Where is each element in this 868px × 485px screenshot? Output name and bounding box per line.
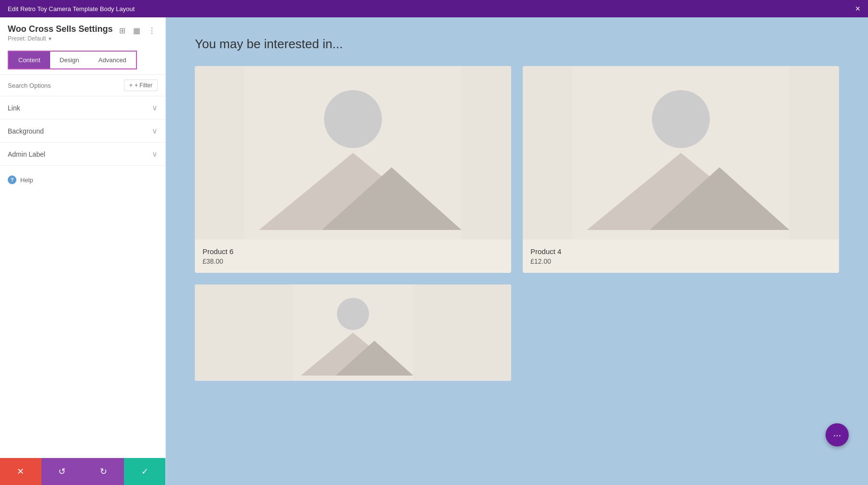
product-price-1: £12.00 bbox=[530, 257, 831, 265]
tab-advanced[interactable]: Advanced bbox=[89, 52, 136, 68]
fab-icon: ··· bbox=[833, 430, 841, 441]
product-price-0: £38.00 bbox=[203, 257, 503, 265]
content-area: You may be interested in... Product 6 £3… bbox=[166, 17, 868, 485]
help-icon: ? bbox=[8, 175, 16, 184]
more-options-icon[interactable]: ⋮ bbox=[146, 24, 158, 37]
product-placeholder-svg-0 bbox=[195, 66, 511, 240]
product-image-0 bbox=[195, 66, 511, 240]
product-image-2 bbox=[195, 284, 511, 381]
chevron-down-icon-2: ∨ bbox=[152, 126, 158, 135]
tabs-wrapper: Content Design Advanced bbox=[8, 51, 137, 69]
search-input[interactable] bbox=[8, 82, 120, 89]
product-card-2[interactable] bbox=[195, 284, 511, 381]
title-bar-text: Edit Retro Toy Camera Template Body Layo… bbox=[8, 5, 135, 13]
cancel-button[interactable]: ✕ bbox=[0, 458, 41, 485]
save-button[interactable]: ✓ bbox=[124, 458, 165, 485]
accordion-background-label: Background bbox=[8, 127, 44, 135]
main-area: Woo Cross Sells Settings Preset: Default… bbox=[0, 17, 868, 485]
product-name-0: Product 6 bbox=[203, 247, 503, 256]
accordion-link: Link ∨ bbox=[0, 96, 165, 120]
sidebar-title-group: Woo Cross Sells Settings Preset: Default… bbox=[8, 24, 113, 42]
undo-icon: ↺ bbox=[58, 466, 66, 477]
svg-point-9 bbox=[337, 298, 369, 330]
title-bar: Edit Retro Toy Camera Template Body Layo… bbox=[0, 0, 868, 17]
sidebar-icon-group: ⊞ ▦ ⋮ bbox=[117, 24, 158, 37]
product-card-0[interactable]: Product 6 £38.00 bbox=[195, 66, 511, 273]
accordion-background-header[interactable]: Background ∨ bbox=[0, 120, 165, 142]
sidebar: Woo Cross Sells Settings Preset: Default… bbox=[0, 17, 166, 485]
search-row: + + Filter bbox=[0, 75, 165, 96]
section-title: You may be interested in... bbox=[195, 37, 839, 52]
accordion-background: Background ∨ bbox=[0, 120, 165, 143]
help-label: Help bbox=[20, 176, 33, 184]
cancel-icon: ✕ bbox=[17, 466, 24, 477]
svg-point-5 bbox=[652, 90, 710, 148]
accordion-admin-label-text: Admin Label bbox=[8, 150, 45, 158]
product-info-0: Product 6 £38.00 bbox=[195, 240, 511, 273]
help-section[interactable]: ? Help bbox=[0, 166, 165, 194]
focus-icon[interactable]: ⊞ bbox=[117, 24, 127, 37]
tab-content[interactable]: Content bbox=[9, 52, 50, 68]
checkmark-icon: ✓ bbox=[141, 466, 149, 477]
filter-button[interactable]: + + Filter bbox=[124, 80, 158, 91]
product-placeholder-svg-1 bbox=[523, 66, 839, 240]
sidebar-title: Woo Cross Sells Settings bbox=[8, 24, 113, 34]
preset-arrow-icon[interactable]: ▼ bbox=[48, 36, 53, 41]
tab-design[interactable]: Design bbox=[50, 52, 89, 68]
product-card-1[interactable]: Product 4 £12.00 bbox=[523, 66, 839, 273]
chevron-down-icon: ∨ bbox=[152, 103, 158, 112]
product-image-1 bbox=[523, 66, 839, 240]
product-info-1: Product 4 £12.00 bbox=[523, 240, 839, 273]
product-placeholder-svg-2 bbox=[195, 284, 511, 381]
sidebar-preset[interactable]: Preset: Default ▼ bbox=[8, 35, 113, 42]
svg-point-1 bbox=[324, 90, 382, 148]
accordion-admin-label-header[interactable]: Admin Label ∨ bbox=[0, 143, 165, 165]
redo-icon: ↻ bbox=[100, 466, 107, 477]
products-grid: Product 6 £38.00 Product 4 £12.00 bbox=[195, 66, 839, 381]
accordion-link-label: Link bbox=[8, 104, 20, 112]
product-name-1: Product 4 bbox=[530, 247, 831, 256]
sidebar-header: Woo Cross Sells Settings Preset: Default… bbox=[0, 17, 165, 46]
accordion-admin-label: Admin Label ∨ bbox=[0, 143, 165, 166]
fab-button[interactable]: ··· bbox=[826, 423, 849, 446]
bottom-bar: ✕ ↺ ↻ ✓ bbox=[0, 458, 165, 485]
accordion-link-header[interactable]: Link ∨ bbox=[0, 96, 165, 119]
chevron-down-icon-3: ∨ bbox=[152, 149, 158, 159]
tabs-container: Content Design Advanced bbox=[0, 46, 165, 75]
undo-button[interactable]: ↺ bbox=[41, 458, 83, 485]
redo-button[interactable]: ↻ bbox=[83, 458, 124, 485]
sidebar-content: Link ∨ Background ∨ Admin Label ∨ bbox=[0, 96, 165, 458]
layout-icon[interactable]: ▦ bbox=[131, 24, 142, 37]
filter-plus-icon: + bbox=[129, 82, 133, 89]
close-button[interactable]: × bbox=[855, 4, 860, 13]
